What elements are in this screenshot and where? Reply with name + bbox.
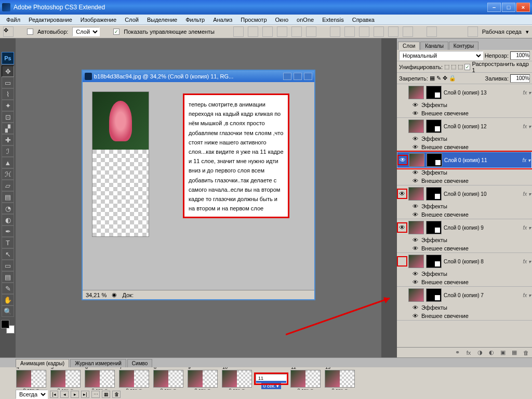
trash-icon[interactable]: 🗑 [522,349,530,356]
eye-icon[interactable]: 👁 [413,110,418,116]
workspace-label[interactable]: Рабочая среда [482,29,522,35]
menu-extensis[interactable]: Extensis [319,16,347,24]
workspace-icon[interactable] [468,26,478,37]
distribute-btn[interactable] [388,26,398,37]
layer-row[interactable]: Слой 0 (копия) 13 fx ▾ 👁Эффекты 👁Внешее … [397,84,532,118]
eye-icon[interactable]: 👁 [413,178,418,184]
auto-align-btn[interactable] [427,26,437,37]
propagate-checkbox[interactable]: ✓ [464,64,470,70]
eye-icon[interactable]: 👁 [413,313,418,319]
menu-view[interactable]: Просмотр [237,16,270,24]
animation-frame[interactable]: 120 сек. ▾ [290,367,321,390]
eye-icon[interactable]: 👁 [413,102,418,108]
lasso-tool[interactable]: ⌇ [2,88,14,100]
lock-icon[interactable]: ✥ [443,75,447,82]
menu-analysis[interactable]: Анализ [210,16,235,24]
eye-icon[interactable]: 👁 [413,245,418,251]
eye-icon[interactable]: 👁 [413,304,418,311]
animation-frame[interactable]: 50 сек. ▾ [50,367,81,390]
animation-frame[interactable]: 70 сек. ▾ [118,367,150,390]
eye-icon[interactable]: 👁 [413,271,418,277]
tab-paths[interactable]: Контуры [449,42,478,50]
tab-animation[interactable]: Анимация (кадры) [16,359,69,367]
animation-frame[interactable]: 110 сек. ▾ [256,374,287,383]
menu-onone[interactable]: onOne [294,16,317,24]
tween-button[interactable]: ⋯ [91,391,100,398]
layer-row[interactable]: 👁 Слой 0 (копия) 11 fx ▾ 👁Эффекты 👁Внеше… [397,152,532,185]
blend-mode-dropdown[interactable]: Нормальный [399,51,483,60]
visibility-eye-icon[interactable]: 👁 [398,156,407,164]
type-tool[interactable]: T [2,237,14,248]
tab-channels[interactable]: Каналы [420,42,448,50]
animation-frame[interactable]: 40 сек. ▾ [16,367,47,390]
crop-tool[interactable]: ⊡ [2,111,14,123]
visibility-eye-icon[interactable]: 👁 [398,190,406,198]
eye-icon[interactable]: 👁 [413,136,418,142]
zoom-value[interactable]: 34,21 % [86,292,107,298]
distribute-btn[interactable] [344,26,355,37]
tab-symbols[interactable]: Симво [127,359,152,367]
hand-tool[interactable]: ✋ [2,294,14,305]
zoom-tool[interactable]: 🔍 [2,305,14,317]
pen-tool[interactable]: ✒ [2,225,14,237]
adjust-icon[interactable]: ◐ [487,349,496,356]
align-btn[interactable] [262,26,273,37]
fx-indicator[interactable]: fx ▾ [523,225,531,231]
menu-help[interactable]: Справка [349,16,378,24]
mask-icon[interactable]: ◑ [476,349,484,356]
loop-dropdown[interactable]: Всегда [16,390,48,399]
animation-frame[interactable]: 90 сек. ▾ [187,367,218,390]
fx-indicator[interactable]: fx ▾ [523,124,531,129]
visibility-eye-icon[interactable] [398,88,406,97]
show-controls-checkbox[interactable]: ✓ [113,29,119,35]
align-btn[interactable] [277,26,287,37]
menu-file[interactable]: Файл [3,16,23,24]
animation-frame[interactable]: 100 сек. ▾ [221,367,252,390]
menu-window[interactable]: Окно [272,16,292,24]
eye-icon[interactable]: 👁 [413,169,418,176]
visibility-eye-icon[interactable]: 👁 [398,223,406,232]
minimize-button[interactable]: – [487,3,501,12]
tab-measure[interactable]: Журнал измерений [70,359,126,367]
autoselect-checkbox[interactable] [27,29,33,35]
menu-filter[interactable]: Фильтр [182,16,208,24]
next-frame-button[interactable]: ▸| [81,391,89,398]
move-tool[interactable]: ✥ [2,65,14,77]
doc-close-button[interactable] [304,73,312,80]
eye-icon[interactable]: 👁 [413,279,418,285]
eyedropper-tool[interactable]: ✎ [2,283,14,294]
unify-icon[interactable]: ⬚ [451,63,456,70]
unify-icon[interactable]: ⬚ [444,63,449,70]
visibility-eye-icon[interactable] [398,291,406,299]
eye-icon[interactable]: 👁 [413,211,418,218]
layer-row[interactable]: Слой 0 (копия) 8 fx ▾ 👁Эффекты 👁Внешее с… [397,253,532,287]
blur-tool[interactable]: ◔ [2,203,14,214]
visibility-eye-icon[interactable] [398,122,406,130]
document-titlebar[interactable]: b18b4d38ac94.jpg @ 34,2% (Слой 0 (копия)… [83,71,314,82]
align-btn[interactable] [291,26,302,37]
first-frame-button[interactable]: |◂ [50,391,58,398]
align-btn[interactable] [248,26,258,37]
brush-tool[interactable]: ℐ [2,145,14,157]
prev-frame-button[interactable]: ◂ [60,391,69,398]
fx-indicator[interactable]: fx ▾ [523,90,531,96]
autoselect-dropdown[interactable]: Слой [72,27,100,36]
animation-frame[interactable]: 80 сек. ▾ [153,367,184,390]
distribute-btn[interactable] [359,26,369,37]
new-frame-button[interactable]: ▦ [102,391,110,398]
eye-icon[interactable]: 👁 [413,237,418,243]
workspace-dropdown-icon[interactable]: ▾ [526,29,529,35]
visibility-eye-icon[interactable] [398,257,406,265]
menu-layer[interactable]: Слой [122,16,142,24]
align-btn[interactable] [233,26,244,37]
heal-tool[interactable]: ✚ [2,134,14,145]
doc-info-icon[interactable]: ◉ [112,291,117,298]
play-button[interactable]: ▸ [71,391,79,398]
fx-indicator[interactable]: fx ▾ [522,157,530,163]
animation-frame[interactable]: 60 сек. ▾ [84,367,115,390]
opacity-input[interactable] [510,51,530,60]
distribute-btn[interactable] [374,26,384,37]
fill-input[interactable] [510,74,530,83]
tab-layers[interactable]: Слои [398,42,420,50]
foreground-swatch[interactable] [1,320,9,328]
